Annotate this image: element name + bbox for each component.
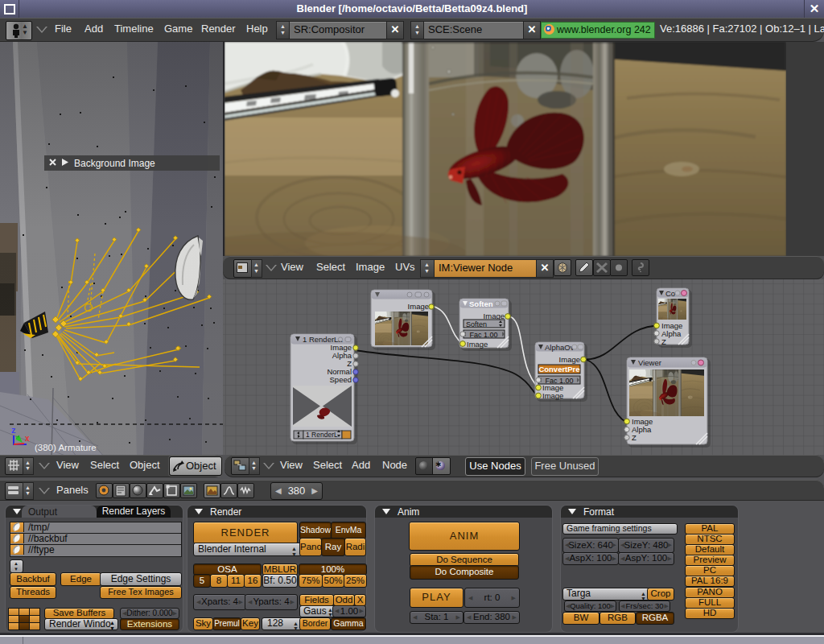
- svg-text:Image: Image: [467, 340, 488, 349]
- svg-text:Image: Image: [484, 312, 505, 320]
- svg-text:z: z: [11, 425, 16, 435]
- svg-text:Z: Z: [632, 433, 637, 442]
- svg-text:Speed: Speed: [330, 375, 352, 384]
- svg-text:Image: Image: [408, 302, 429, 311]
- svg-text:ConvertPre: ConvertPre: [538, 365, 579, 374]
- svg-text:Background Image: Background Image: [74, 158, 155, 169]
- svg-text:(380) Armature: (380) Armature: [35, 443, 97, 452]
- svg-text:Soften: Soften: [466, 320, 487, 328]
- svg-text:Co: Co: [665, 289, 675, 298]
- svg-text:Viewer: Viewer: [638, 358, 661, 367]
- svg-text:AlphaOv: AlphaOv: [545, 343, 575, 352]
- svg-text:1 RenderL: 1 RenderL: [306, 431, 338, 439]
- svg-text:Image: Image: [542, 391, 563, 400]
- svg-text:Soften: Soften: [469, 299, 493, 308]
- svg-text:x: x: [25, 434, 30, 443]
- svg-text:Fac 1.00: Fac 1.00: [469, 331, 497, 339]
- svg-text:Z: Z: [661, 337, 666, 346]
- svg-text:Image: Image: [559, 355, 580, 364]
